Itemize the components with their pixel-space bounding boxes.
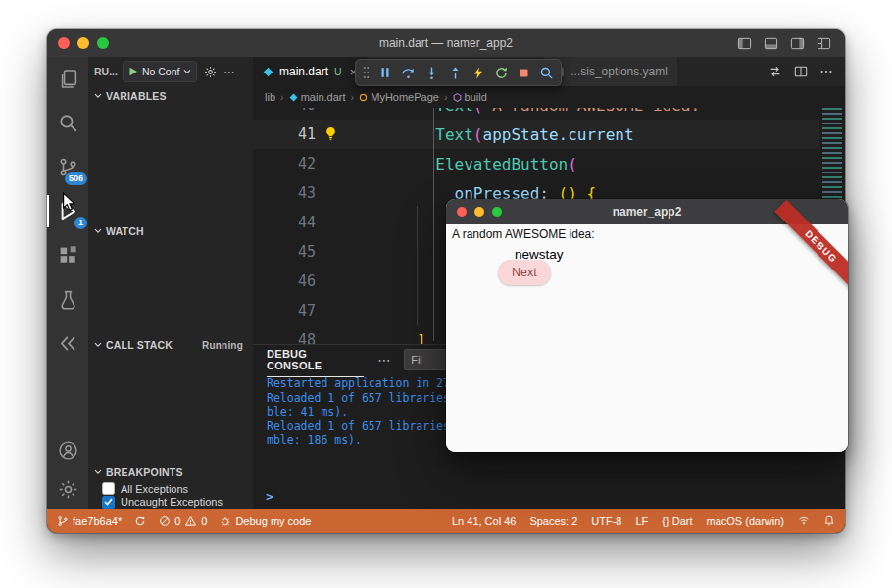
step-out-icon[interactable]	[448, 66, 463, 80]
breadcrumb-lib[interactable]: lib	[265, 91, 275, 103]
error-icon	[159, 515, 171, 527]
close-window-button[interactable]	[58, 37, 70, 49]
sidebar-item-testing[interactable]	[47, 277, 88, 321]
customize-layout-icon[interactable]	[817, 36, 831, 51]
minimize-window-button[interactable]	[77, 37, 89, 49]
debug-settings-gear-icon[interactable]	[204, 66, 217, 78]
checkbox-unchecked[interactable]	[102, 482, 115, 495]
class-symbol-icon	[359, 93, 368, 102]
breadcrumb-main-dart[interactable]: main.dart	[289, 91, 346, 103]
extensions-icon	[58, 245, 78, 266]
launch-config-dropdown[interactable]: No Conf	[123, 61, 198, 82]
double-chevron-icon	[58, 333, 78, 354]
settings-button[interactable]	[47, 469, 88, 509]
eol-item[interactable]: LF	[636, 515, 649, 527]
sync-icon	[134, 515, 146, 527]
language-mode-item[interactable]: {} Dart	[662, 515, 692, 527]
git-branch-item[interactable]: fae7b6a4*	[57, 515, 122, 527]
line-number[interactable]: 42	[253, 155, 341, 172]
line-number[interactable]: 45	[253, 243, 341, 261]
debug-session-item[interactable]: Debug my code	[220, 515, 311, 527]
tab-analysis-options[interactable]: ...sis_options.yaml	[543, 57, 677, 86]
toggle-sidebar-icon[interactable]	[737, 36, 752, 51]
tab-label: ...sis_options.yaml	[570, 65, 668, 78]
more-actions-icon[interactable]	[819, 65, 833, 78]
checkbox-checked[interactable]	[102, 496, 115, 509]
sidebar-more-actions[interactable]: ⋯	[223, 66, 234, 78]
breakpoint-uncaught-exceptions[interactable]: Uncaught Exceptions	[88, 496, 253, 510]
tab-main-dart[interactable]: main.dart U ×	[253, 57, 367, 86]
run-debug-sidebar: RU... No Conf ⋯ VARIABLES WATCH	[88, 57, 253, 509]
encoding-item[interactable]: UTF-8	[591, 515, 621, 527]
console-prompt[interactable]: >	[266, 489, 273, 504]
app-content: A random AWESOME idea: newstay Next DEBU…	[446, 224, 848, 452]
widget-inspector-icon[interactable]	[539, 66, 554, 80]
os-indicator-item[interactable]: macOS (darwin)	[707, 515, 784, 527]
sidebar-item-references[interactable]	[47, 321, 88, 366]
warning-count: 0	[201, 515, 207, 527]
split-editor-icon[interactable]	[794, 65, 808, 78]
stop-icon[interactable]	[518, 67, 530, 79]
code-line[interactable]: 40 Text('A random AWESOME idea:'	[253, 108, 845, 120]
notifications-bell-icon[interactable]	[823, 514, 835, 527]
sidebar-item-extensions[interactable]	[47, 233, 88, 277]
sidebar-item-search[interactable]	[47, 101, 88, 145]
tab-debug-console[interactable]: DEBUG CONSOLE	[267, 342, 364, 377]
debug-config-name: Debug my code	[235, 515, 311, 527]
breadcrumb-build[interactable]: build	[453, 91, 487, 103]
watch-section-header[interactable]: WATCH	[88, 221, 253, 241]
panel-more-actions[interactable]: ⋯	[377, 353, 390, 368]
restart-icon[interactable]	[494, 66, 509, 80]
watch-label: WATCH	[106, 225, 144, 237]
sidebar-item-explorer[interactable]	[47, 57, 88, 101]
variables-section-header[interactable]: VARIABLES	[88, 86, 253, 106]
error-count: 0	[174, 515, 180, 527]
titlebar[interactable]: main.dart — namer_app2	[47, 29, 845, 57]
accounts-button[interactable]	[47, 430, 88, 469]
step-over-icon[interactable]	[401, 66, 416, 80]
search-icon	[58, 113, 78, 133]
dart-file-icon	[263, 67, 273, 77]
sync-item[interactable]	[134, 515, 146, 527]
code-line[interactable]: 42 ElevatedButton(	[253, 149, 845, 178]
step-into-icon[interactable]	[424, 66, 439, 80]
sidebar-item-run-debug[interactable]: 1	[47, 189, 88, 233]
start-debug-icon[interactable]	[128, 67, 138, 76]
line-number[interactable]: 43	[253, 184, 341, 202]
chevron-down-icon	[94, 93, 102, 99]
line-number[interactable]: 46	[253, 272, 341, 290]
breakpoints-section-header[interactable]: BREAKPOINTS	[88, 463, 253, 482]
breadcrumb-myhomepage[interactable]: MyHomePage	[359, 91, 439, 103]
maximize-window-button[interactable]	[97, 37, 109, 49]
cursor-position-item[interactable]: Ln 41, Col 46	[452, 515, 516, 527]
breakpoint-all-exceptions[interactable]: All Exceptions	[88, 482, 253, 496]
toggle-panel-icon[interactable]	[764, 36, 778, 51]
branch-icon	[57, 515, 69, 527]
hot-reload-icon[interactable]	[471, 66, 485, 80]
breadcrumb: lib › main.dart › MyHomePage › build	[253, 86, 845, 108]
pause-icon[interactable]	[378, 66, 392, 79]
chevron-down-icon	[183, 69, 191, 74]
next-button[interactable]: Next	[498, 260, 551, 285]
code-line-current[interactable]: 41 Text(appState.current	[253, 120, 845, 149]
remote-indicator-icon[interactable]	[798, 515, 810, 527]
debug-badge: 1	[74, 217, 87, 229]
call-stack-section-header[interactable]: CALL STACK Running	[88, 335, 253, 355]
line-number[interactable]: 44	[253, 214, 341, 231]
toggle-secondary-sidebar-icon[interactable]	[790, 36, 805, 51]
compare-changes-icon[interactable]	[768, 65, 782, 78]
debug-toolbar	[355, 59, 562, 86]
problems-item[interactable]: 0 0	[159, 515, 207, 527]
tab-label: main.dart	[279, 65, 328, 78]
line-number[interactable]: 47	[253, 302, 341, 319]
files-icon	[58, 69, 78, 89]
lightbulb-icon[interactable]	[323, 126, 338, 142]
line-number[interactable]: 40	[253, 108, 341, 114]
call-stack-status: Running	[202, 340, 247, 351]
flutter-app-window: namer_app2 A random AWESOME idea: newsta…	[446, 199, 848, 452]
indentation-item[interactable]: Spaces: 2	[529, 515, 577, 527]
sidebar-item-source-control[interactable]: 506	[47, 145, 88, 189]
warning-icon	[184, 515, 197, 527]
drag-handle-icon[interactable]	[363, 66, 370, 79]
dart-file-icon	[289, 93, 298, 102]
